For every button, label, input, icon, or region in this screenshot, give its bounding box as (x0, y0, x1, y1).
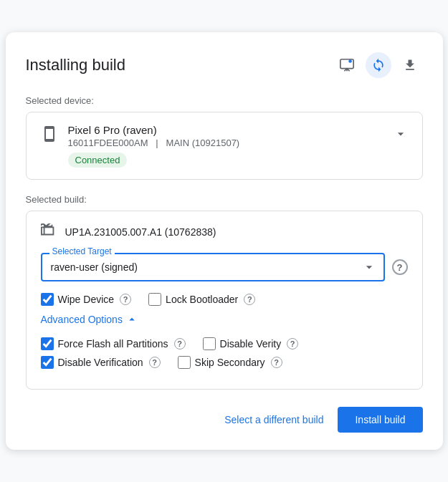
force-flash-option: Force Flash all Partitions ? (41, 337, 186, 350)
skip-secondary-option: Skip Secondary ? (178, 356, 282, 369)
device-details: Pixel 6 Pro (raven) 16011FDEE000AM | MAI… (68, 124, 240, 168)
lock-bootloader-checkbox[interactable] (148, 293, 161, 306)
disable-verification-checkbox[interactable] (41, 356, 54, 369)
download-icon (403, 58, 417, 72)
device-info: Pixel 6 Pro (raven) 16011FDEE000AM | MAI… (41, 124, 240, 168)
wipe-device-help-icon[interactable]: ? (120, 294, 131, 305)
lock-bootloader-label: Lock Bootloader (166, 294, 238, 305)
download-button[interactable] (397, 52, 423, 78)
device-section-label: Selected device: (26, 95, 423, 106)
target-float-label: Selected Target (49, 246, 115, 256)
svg-text:→: → (349, 61, 351, 63)
device-serial: 16011FDEE000AM | MAIN (10921507) (68, 138, 240, 148)
main-card: Installing build → (6, 32, 443, 450)
build-name: UP1A.231005.007.A1 (10762838) (65, 226, 216, 238)
disable-verity-label: Disable Verity (220, 338, 282, 350)
disable-verification-label: Disable Verification (58, 357, 143, 368)
advanced-chevron-up-icon (125, 313, 138, 326)
page-title: Installing build (26, 56, 125, 74)
footer-row: Select a different build Install build (26, 407, 423, 433)
device-name: Pixel 6 Pro (raven) (68, 124, 240, 136)
device-monitor-button[interactable]: → (334, 52, 360, 78)
disable-verification-help-icon[interactable]: ? (149, 357, 161, 368)
force-flash-checkbox[interactable] (41, 337, 54, 350)
wipe-device-option: Wipe Device ? (41, 293, 132, 306)
target-help-icon[interactable]: ? (392, 259, 408, 275)
advanced-row-1: Force Flash all Partitions ? Disable Ver… (41, 337, 408, 350)
header-icons: → (334, 52, 423, 78)
options-row: Wipe Device ? Lock Bootloader ? (41, 293, 408, 306)
target-select-row: raven-user (signed) raven-userdebug rave… (41, 253, 408, 281)
wipe-device-checkbox[interactable] (41, 293, 54, 306)
device-panel: Pixel 6 Pro (raven) 16011FDEE000AM | MAI… (26, 112, 423, 180)
lock-bootloader-option: Lock Bootloader ? (148, 293, 255, 306)
disable-verity-help-icon[interactable]: ? (287, 338, 298, 350)
build-section-label: Selected build: (26, 194, 423, 205)
disable-verity-checkbox[interactable] (203, 337, 216, 350)
skip-secondary-label: Skip Secondary (195, 357, 265, 368)
device-monitor-icon: → (339, 57, 355, 73)
sync-icon (371, 58, 386, 72)
advanced-options-label: Advanced Options (41, 314, 123, 325)
lock-bootloader-help-icon[interactable]: ? (244, 294, 255, 305)
target-select[interactable]: raven-user (signed) raven-userdebug rave… (41, 253, 385, 281)
phone-icon (41, 125, 58, 145)
force-flash-help-icon[interactable]: ? (174, 338, 186, 350)
skip-secondary-checkbox[interactable] (178, 356, 191, 369)
skip-secondary-help-icon[interactable]: ? (271, 357, 282, 368)
device-chevron-icon[interactable] (394, 127, 408, 144)
install-build-button[interactable]: Install build (338, 407, 422, 433)
force-flash-label: Force Flash all Partitions (58, 338, 168, 350)
build-package-icon (41, 223, 57, 241)
target-group: Selected Target raven-user (signed) rave… (41, 253, 408, 281)
advanced-row-2: Disable Verification ? Skip Secondary ? (41, 356, 408, 369)
connected-badge: Connected (68, 153, 128, 168)
build-info-row: UP1A.231005.007.A1 (10762838) (41, 223, 408, 241)
disable-verification-option: Disable Verification ? (41, 356, 161, 369)
sync-button[interactable] (366, 52, 391, 78)
wipe-device-label: Wipe Device (58, 294, 115, 305)
advanced-options-toggle[interactable]: Advanced Options (41, 313, 138, 326)
select-different-build-button[interactable]: Select a different build (221, 408, 326, 431)
disable-verity-option: Disable Verity ? (203, 337, 299, 350)
advanced-options-section: Force Flash all Partitions ? Disable Ver… (41, 337, 408, 369)
build-panel: UP1A.231005.007.A1 (10762838) Selected T… (26, 211, 423, 390)
header: Installing build → (26, 52, 423, 78)
